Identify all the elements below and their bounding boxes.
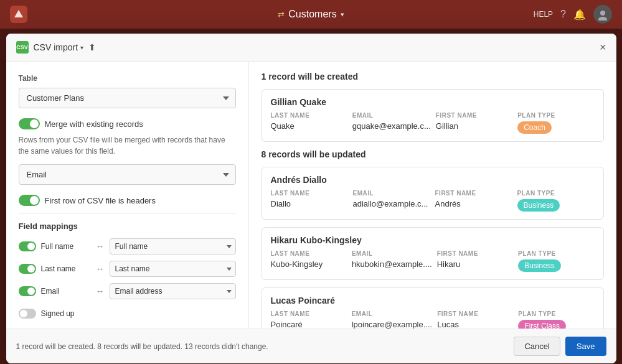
email-header-2: EMAIL: [353, 190, 430, 197]
csv-icon: CSV: [16, 41, 29, 54]
import-label: CSV import: [34, 42, 78, 52]
plan-type-header-4: PLAN TYPE: [518, 310, 594, 317]
email-header: EMAIL: [352, 112, 431, 119]
modal-body: Table Customer Plans Merge with existing…: [6, 62, 616, 329]
first-name-header-4: FIRST NAME: [437, 310, 513, 317]
plan-type-value: Coach: [517, 121, 594, 134]
svg-point-2: [598, 17, 607, 21]
first-name-value-4: Lucas: [437, 320, 513, 329]
email-value-3: hkubokin@example....: [352, 259, 432, 272]
record-name-lucas: Lucas Poincaré: [271, 296, 595, 306]
first-name-value-2: Andrés: [435, 199, 512, 212]
last-name-header-2: LAST NAME: [271, 190, 348, 197]
plan-type-header: PLAN TYPE: [517, 112, 594, 119]
last-name-value-4: Poincaré: [271, 320, 347, 329]
last-name-value-2: Diallo: [271, 199, 348, 212]
email-value: gquake@example.c...: [352, 121, 431, 134]
last-name-header-3: LAST NAME: [271, 250, 347, 257]
merge-toggle[interactable]: [19, 118, 40, 129]
arrow-icon-3: ↔: [96, 286, 105, 296]
fullname-source: Full name: [41, 242, 91, 251]
save-button[interactable]: Save: [565, 337, 606, 356]
fullname-target-select[interactable]: Full name: [110, 238, 236, 254]
app-logo: [10, 6, 27, 23]
csv-import-modal: CSV CSV import ▾ ⬆ × Table Customer Plan…: [6, 34, 616, 363]
customers-icon: ⇄: [278, 10, 285, 19]
modal-header: CSV CSV import ▾ ⬆ ×: [6, 34, 616, 62]
cancel-button[interactable]: Cancel: [514, 337, 560, 356]
record-card-lucas: Lucas Poincaré LAST NAME EMAIL FIRST NAM…: [262, 287, 604, 329]
first-name-header-2: FIRST NAME: [435, 190, 512, 197]
svg-marker-0: [14, 10, 23, 17]
mapping-row-lastname: Last name ↔ Last name: [19, 261, 236, 277]
record-card-hikaru: Hikaru Kubo-Kingsley LAST NAME EMAIL FIR…: [262, 227, 604, 280]
table-label: Table: [19, 74, 236, 83]
record-name-andres: Andrés Diallo: [271, 175, 595, 185]
topbar-right: HELP ? 🔔: [534, 5, 612, 24]
modal-footer: 1 record will be created. 8 records will…: [6, 329, 616, 363]
email-header-4: EMAIL: [352, 310, 433, 317]
plan-type-value-2: Business: [517, 199, 595, 212]
footer-status: 1 record will be created. 8 records will…: [16, 342, 268, 351]
mapping-row-email: Email ↔ Email address: [19, 283, 236, 299]
signedup-toggle[interactable]: [19, 309, 36, 319]
plan-type-value-3: Business: [518, 259, 594, 272]
left-panel: Table Customer Plans Merge with existing…: [6, 62, 249, 329]
email-value-2: adiallo@example.c...: [353, 199, 430, 212]
first-name-value: Gillian: [436, 121, 512, 134]
email-source: Email: [41, 287, 91, 296]
first-name-header: FIRST NAME: [436, 112, 512, 119]
record-fields-gillian: LAST NAME EMAIL FIRST NAME PLAN TYPE Qua…: [271, 112, 595, 134]
first-row-label: First row of CSV file is headers: [45, 196, 156, 205]
last-name-value: Quake: [271, 121, 347, 134]
lastname-target-select[interactable]: Last name: [110, 261, 236, 277]
plan-type-value-4: First Class: [518, 320, 594, 329]
merge-field-select[interactable]: Email: [19, 164, 236, 185]
close-button[interactable]: ×: [600, 42, 606, 53]
created-section-title: 1 record will be created: [262, 72, 604, 82]
first-row-toggle-row: First row of CSV file is headers: [19, 195, 236, 206]
fullname-toggle[interactable]: [19, 241, 36, 251]
avatar[interactable]: [593, 5, 612, 24]
topbar: ⇄ Customers ▾ HELP ? 🔔: [0, 0, 622, 29]
record-card-gillian: Gillian Quake LAST NAME EMAIL FIRST NAME…: [262, 89, 604, 142]
last-name-header-4: LAST NAME: [271, 310, 347, 317]
chevron-down-icon: ▾: [341, 11, 344, 19]
mapping-row-signedup: Signed up: [19, 306, 236, 322]
merge-description: Rows from your CSV file will be merged w…: [19, 134, 236, 157]
plan-badge-business-2: Business: [518, 259, 561, 272]
plan-badge-business-1: Business: [517, 199, 560, 212]
merge-toggle-label: Merge with existing records: [45, 119, 143, 129]
table-select[interactable]: Customer Plans: [19, 88, 236, 108]
lastname-source: Last name: [41, 264, 91, 273]
signedup-source: Signed up: [41, 309, 91, 318]
topbar-title: ⇄ Customers ▾: [278, 9, 344, 20]
record-card-andres: Andrés Diallo LAST NAME EMAIL FIRST NAME…: [262, 167, 604, 220]
arrow-icon: ↔: [96, 241, 105, 251]
email-toggle[interactable]: [19, 286, 36, 296]
arrow-icon-2: ↔: [96, 264, 105, 274]
field-mappings-title: Field mappings: [19, 222, 236, 231]
plan-badge-firstclass: First Class: [518, 320, 566, 329]
record-fields-hikaru: LAST NAME EMAIL FIRST NAME PLAN TYPE Kub…: [271, 250, 595, 272]
export-icon[interactable]: ⬆: [88, 42, 96, 52]
bell-icon[interactable]: 🔔: [573, 9, 586, 21]
email-header-3: EMAIL: [352, 250, 432, 257]
modal-header-left: CSV CSV import ▾ ⬆: [16, 41, 97, 54]
help-icon[interactable]: ?: [560, 9, 566, 20]
modal-overlay: CSV CSV import ▾ ⬆ × Table Customer Plan…: [0, 29, 622, 364]
plan-badge-coach: Coach: [517, 121, 552, 134]
email-value-4: lpoincare@example....: [352, 320, 433, 329]
first-row-toggle[interactable]: [19, 195, 40, 206]
plan-type-header-2: PLAN TYPE: [517, 190, 595, 197]
topbar-logo: [10, 6, 27, 23]
lastname-toggle[interactable]: [19, 264, 36, 274]
help-label: HELP: [534, 10, 553, 19]
first-name-header-3: FIRST NAME: [437, 250, 513, 257]
record-name-hikaru: Hikaru Kubo-Kingsley: [271, 235, 595, 245]
updated-section-title: 8 records will be updated: [262, 149, 604, 159]
email-target-select[interactable]: Email address: [110, 283, 236, 299]
page-title: Customers: [288, 9, 336, 20]
merge-toggle-row: Merge with existing records: [19, 118, 236, 129]
right-panel: 1 record will be created Gillian Quake L…: [249, 62, 616, 329]
